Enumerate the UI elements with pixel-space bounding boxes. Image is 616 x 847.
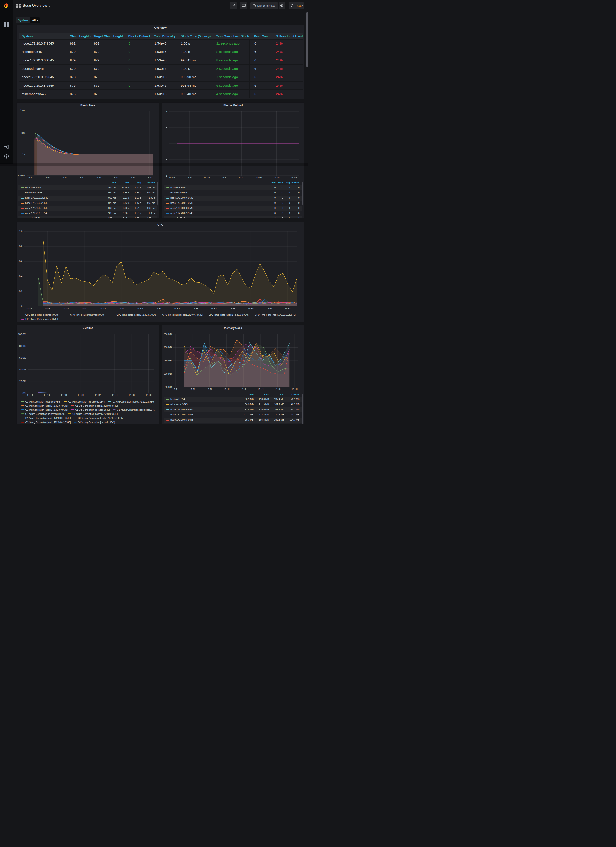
svg-text:0%: 0% [23, 392, 26, 394]
svg-text:200 MB: 200 MB [164, 346, 172, 348]
svg-text:14:46: 14:46 [63, 307, 69, 310]
svg-text:0: 0 [166, 142, 167, 145]
svg-text:14:54: 14:54 [211, 307, 217, 310]
svg-text:14:44: 14:44 [172, 388, 178, 390]
svg-text:1: 1 [166, 110, 167, 113]
svg-text:0: 0 [21, 305, 22, 307]
svg-text:150 MB: 150 MB [164, 359, 172, 362]
svg-text:14:56: 14:56 [274, 176, 280, 179]
svg-text:10 s: 10 s [21, 131, 25, 134]
svg-text:14:51: 14:51 [156, 307, 162, 310]
svg-text:14:50: 14:50 [137, 307, 143, 310]
svg-text:14:44: 14:44 [169, 176, 175, 179]
svg-text:14:44: 14:44 [26, 307, 32, 310]
svg-text:0.4: 0.4 [19, 275, 22, 277]
svg-text:20.0%: 20.0% [19, 380, 26, 382]
svg-text:14:58: 14:58 [146, 394, 152, 396]
svg-text:14:57: 14:57 [266, 307, 272, 310]
svg-text:14:54: 14:54 [256, 176, 262, 179]
svg-text:14:50: 14:50 [78, 394, 84, 396]
svg-text:14:54: 14:54 [112, 176, 118, 179]
svg-text:14:54: 14:54 [112, 394, 118, 396]
svg-text:50 MB: 50 MB [165, 386, 172, 388]
svg-text:14:46: 14:46 [44, 394, 50, 396]
svg-text:14:46: 14:46 [186, 176, 192, 179]
svg-text:14:48: 14:48 [61, 394, 67, 396]
svg-text:14:50: 14:50 [221, 176, 227, 179]
svg-text:14:45: 14:45 [44, 307, 50, 310]
svg-text:0.5: 0.5 [164, 126, 167, 129]
svg-text:14:47: 14:47 [81, 307, 87, 310]
svg-text:14:52: 14:52 [95, 394, 101, 396]
svg-text:100 ms: 100 ms [18, 174, 26, 177]
svg-text:100.0%: 100.0% [18, 333, 26, 335]
svg-text:14:52: 14:52 [241, 388, 247, 390]
svg-text:14:53: 14:53 [192, 307, 198, 310]
svg-text:14:58: 14:58 [292, 388, 298, 390]
svg-text:14:48: 14:48 [206, 388, 212, 390]
svg-text:14:58: 14:58 [285, 307, 291, 310]
svg-text:-1: -1 [165, 174, 167, 177]
svg-text:60.0%: 60.0% [19, 356, 26, 359]
svg-text:14:48: 14:48 [100, 307, 106, 310]
svg-text:1 s: 1 s [22, 153, 25, 156]
svg-text:1.0: 1.0 [19, 230, 22, 233]
svg-text:14:52: 14:52 [174, 307, 180, 310]
svg-text:0.8: 0.8 [19, 245, 22, 248]
svg-text:2 min: 2 min [20, 109, 25, 111]
svg-text:14:50: 14:50 [224, 388, 230, 390]
svg-text:14:56: 14:56 [248, 307, 254, 310]
svg-text:14:46: 14:46 [190, 388, 196, 390]
svg-text:14:49: 14:49 [118, 307, 124, 310]
svg-text:80.0%: 80.0% [19, 345, 26, 347]
svg-text:14:52: 14:52 [239, 176, 245, 179]
svg-text:14:46: 14:46 [44, 176, 50, 179]
svg-text:14:55: 14:55 [229, 307, 235, 310]
svg-text:250 MB: 250 MB [164, 333, 172, 335]
svg-text:14:56: 14:56 [130, 176, 136, 179]
svg-text:14:48: 14:48 [204, 176, 210, 179]
svg-text:14:50: 14:50 [78, 176, 84, 179]
svg-text:14:56: 14:56 [129, 394, 135, 396]
svg-text:100 MB: 100 MB [164, 372, 172, 375]
svg-text:14:48: 14:48 [61, 176, 67, 179]
svg-text:-0.5: -0.5 [163, 158, 167, 161]
svg-text:0.6: 0.6 [19, 260, 22, 263]
svg-text:14:58: 14:58 [146, 176, 152, 179]
svg-text:40.0%: 40.0% [19, 368, 26, 370]
svg-text:14:44: 14:44 [27, 394, 33, 396]
svg-text:0.2: 0.2 [19, 290, 22, 292]
svg-text:14:56: 14:56 [275, 388, 281, 390]
svg-text:14:58: 14:58 [291, 176, 297, 179]
svg-text:14:52: 14:52 [96, 176, 102, 179]
svg-text:14:54: 14:54 [258, 388, 264, 390]
svg-text:14:44: 14:44 [27, 176, 33, 179]
